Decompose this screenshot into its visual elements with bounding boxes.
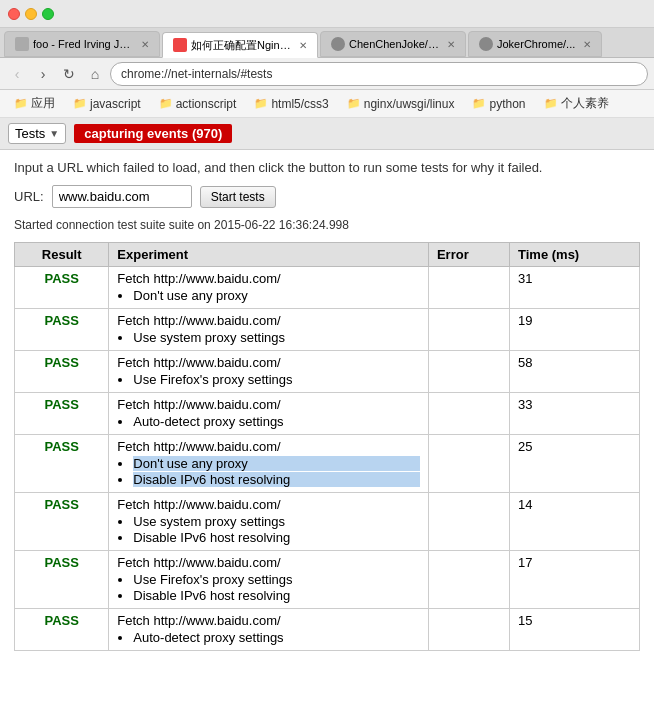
maximize-button[interactable] <box>42 8 54 20</box>
results-table: Result Experiment Error Time (ms) PASSFe… <box>14 242 640 651</box>
back-button[interactable]: ‹ <box>6 63 28 85</box>
list-item: Disable IPv6 host resolving <box>133 472 420 487</box>
list-item: Don't use any proxy <box>133 456 420 471</box>
tab-favicon-foo <box>15 37 29 51</box>
fetch-url: Fetch http://www.baidu.com/ <box>117 313 420 328</box>
tests-dropdown[interactable]: Tests ▼ <box>8 123 66 144</box>
table-row: PASSFetch http://www.baidu.com/Use Firef… <box>15 351 640 393</box>
col-header-result: Result <box>15 243 109 267</box>
list-item: Use Firefox's proxy settings <box>133 372 420 387</box>
experiment-list: Auto-detect proxy settings <box>133 414 420 429</box>
error-cell <box>428 551 509 609</box>
tab-foo[interactable]: foo - Fred Irving Joh... ✕ <box>4 31 160 57</box>
bookmarks-bar: 应用 javascript actionscript html5/css3 ng… <box>0 90 654 118</box>
tab-close-nginx[interactable]: ✕ <box>299 40 307 51</box>
experiment-list: Don't use any proxy <box>133 288 420 303</box>
url-input[interactable] <box>52 185 192 208</box>
tests-dropdown-label: Tests <box>15 126 45 141</box>
table-row: PASSFetch http://www.baidu.com/Use syste… <box>15 493 640 551</box>
fetch-url: Fetch http://www.baidu.com/ <box>117 271 420 286</box>
bookmark-javascript-label: javascript <box>90 97 141 111</box>
experiment-list: Use system proxy settingsDisable IPv6 ho… <box>133 514 420 545</box>
list-item: Auto-detect proxy settings <box>133 414 420 429</box>
table-row: PASSFetch http://www.baidu.com/Use Firef… <box>15 551 640 609</box>
time-cell: 15 <box>510 609 640 651</box>
tab-close-jokerchrome[interactable]: ✕ <box>583 39 591 50</box>
start-tests-button[interactable]: Start tests <box>200 186 276 208</box>
experiment-list: Use Firefox's proxy settings <box>133 372 420 387</box>
capturing-text: capturing events (970) <box>84 126 222 141</box>
list-item: Auto-detect proxy settings <box>133 630 420 645</box>
fetch-url: Fetch http://www.baidu.com/ <box>117 355 420 370</box>
time-cell: 17 <box>510 551 640 609</box>
page-toolbar: Tests ▼ capturing events (970) <box>0 118 654 150</box>
bookmark-actionscript[interactable]: actionscript <box>151 94 245 114</box>
bookmark-html5[interactable]: html5/css3 <box>246 94 336 114</box>
bookmark-apps[interactable]: 应用 <box>6 92 63 115</box>
bookmark-personal-label: 个人素养 <box>561 95 609 112</box>
time-cell: 31 <box>510 267 640 309</box>
table-row: PASSFetch http://www.baidu.com/Don't use… <box>15 435 640 493</box>
list-item: Disable IPv6 host resolving <box>133 588 420 603</box>
tab-label-chenchenjoke: ChenChenJoke/Joke... <box>349 38 439 50</box>
page-content: Input a URL which failed to load, and th… <box>0 150 654 661</box>
table-row: PASSFetch http://www.baidu.com/Use syste… <box>15 309 640 351</box>
chevron-down-icon: ▼ <box>49 128 59 139</box>
error-cell <box>428 493 509 551</box>
table-row: PASSFetch http://www.baidu.com/Auto-dete… <box>15 393 640 435</box>
list-item: Disable IPv6 host resolving <box>133 530 420 545</box>
experiment-cell: Fetch http://www.baidu.com/Use system pr… <box>109 493 429 551</box>
experiment-list: Use Firefox's proxy settingsDisable IPv6… <box>133 572 420 603</box>
experiment-cell: Fetch http://www.baidu.com/Use Firefox's… <box>109 551 429 609</box>
tab-close-foo[interactable]: ✕ <box>141 39 149 50</box>
result-cell: PASS <box>15 435 109 493</box>
bookmark-nginx-label: nginx/uwsgi/linux <box>364 97 455 111</box>
tab-label-jokerchrome: JokerChrome/... <box>497 38 575 50</box>
fetch-url: Fetch http://www.baidu.com/ <box>117 439 420 454</box>
tab-jokerchrome[interactable]: JokerChrome/... ✕ <box>468 31 602 57</box>
tab-favicon-nginx <box>173 38 187 52</box>
traffic-lights <box>8 8 54 20</box>
experiment-list: Auto-detect proxy settings <box>133 630 420 645</box>
col-header-time: Time (ms) <box>510 243 640 267</box>
table-row: PASSFetch http://www.baidu.com/Don't use… <box>15 267 640 309</box>
bookmark-python-label: python <box>489 97 525 111</box>
time-cell: 25 <box>510 435 640 493</box>
fetch-url: Fetch http://www.baidu.com/ <box>117 497 420 512</box>
close-button[interactable] <box>8 8 20 20</box>
error-cell <box>428 609 509 651</box>
time-cell: 19 <box>510 309 640 351</box>
bookmark-python[interactable]: python <box>464 94 533 114</box>
tab-close-chenchenjoke[interactable]: ✕ <box>447 39 455 50</box>
nav-bar: ‹ › ↻ ⌂ chrome://net-internals/#tests <box>0 58 654 90</box>
address-text: chrome://net-internals/#tests <box>121 67 272 81</box>
experiment-cell: Fetch http://www.baidu.com/Don't use any… <box>109 435 429 493</box>
address-bar[interactable]: chrome://net-internals/#tests <box>110 62 648 86</box>
list-item: Use system proxy settings <box>133 330 420 345</box>
fetch-url: Fetch http://www.baidu.com/ <box>117 397 420 412</box>
tab-chenchenjoke[interactable]: ChenChenJoke/Joke... ✕ <box>320 31 466 57</box>
bookmark-actionscript-label: actionscript <box>176 97 237 111</box>
experiment-cell: Fetch http://www.baidu.com/Auto-detect p… <box>109 393 429 435</box>
tab-label-foo: foo - Fred Irving Joh... <box>33 38 133 50</box>
error-cell <box>428 351 509 393</box>
error-cell <box>428 393 509 435</box>
minimize-button[interactable] <box>25 8 37 20</box>
fetch-url: Fetch http://www.baidu.com/ <box>117 613 420 628</box>
status-text: Started connection test suite suite on 2… <box>14 218 640 232</box>
experiment-cell: Fetch http://www.baidu.com/Auto-detect p… <box>109 609 429 651</box>
bookmark-javascript[interactable]: javascript <box>65 94 149 114</box>
tab-nginx[interactable]: 如何正确配置Nginx+... ✕ <box>162 32 318 58</box>
result-cell: PASS <box>15 351 109 393</box>
bookmark-nginx[interactable]: nginx/uwsgi/linux <box>339 94 463 114</box>
title-bar <box>0 0 654 28</box>
bookmark-personal[interactable]: 个人素养 <box>536 92 617 115</box>
home-button[interactable]: ⌂ <box>84 63 106 85</box>
capturing-badge: capturing events (970) <box>74 124 232 143</box>
forward-button[interactable]: › <box>32 63 54 85</box>
time-cell: 33 <box>510 393 640 435</box>
result-cell: PASS <box>15 493 109 551</box>
refresh-button[interactable]: ↻ <box>58 63 80 85</box>
time-cell: 14 <box>510 493 640 551</box>
list-item: Don't use any proxy <box>133 288 420 303</box>
